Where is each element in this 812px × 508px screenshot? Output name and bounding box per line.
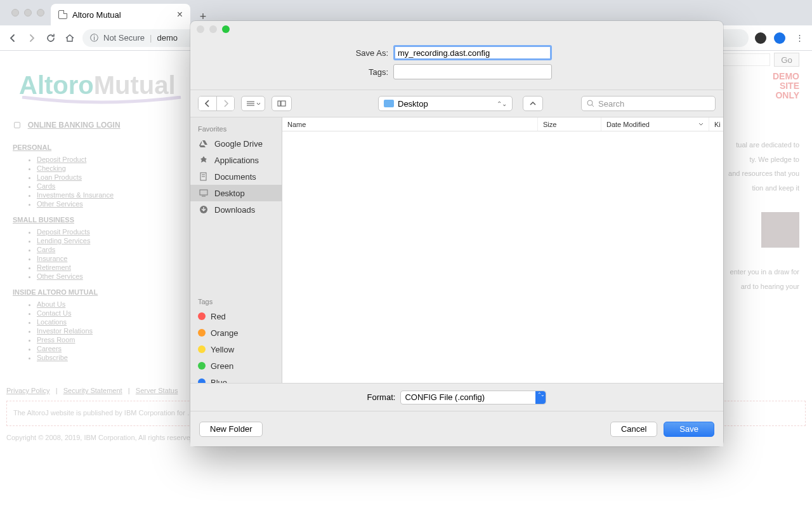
sidebar-item-downloads[interactable]: Downloads [190, 201, 282, 218]
svg-point-5 [587, 100, 593, 105]
zoom-icon[interactable] [222, 25, 230, 33]
tag-color-icon [198, 345, 206, 353]
browser-tab[interactable]: Altoro Mutual × [51, 4, 190, 25]
nav-link[interactable]: Cards [37, 246, 55, 253]
sidebar-item-label: Applications [214, 156, 259, 165]
nav-link[interactable]: About Us [37, 300, 65, 308]
zoom-window-icon[interactable] [37, 9, 44, 17]
nav-link[interactable]: Insurance [37, 255, 67, 262]
nav-link[interactable]: Cards [37, 182, 55, 190]
extension-icons: ⋮ [755, 32, 806, 44]
security-link[interactable]: Security Statement [63, 387, 122, 394]
file-list[interactable] [282, 131, 723, 383]
back-button[interactable] [6, 32, 19, 44]
new-folder-button[interactable]: New Folder [199, 422, 263, 437]
size-column[interactable]: Size [538, 117, 601, 131]
nav-link[interactable]: Contact Us [37, 309, 71, 317]
svg-line-6 [592, 105, 594, 107]
tag-green[interactable]: Green [190, 358, 282, 374]
nav-link[interactable]: Loan Products [37, 173, 82, 181]
dialog-button-bar: New Folder Cancel Save [190, 411, 723, 446]
nav-link[interactable]: Subscribe [37, 354, 68, 361]
nav-link[interactable]: Investments & Insurance [37, 191, 114, 199]
view-options-button[interactable] [241, 96, 265, 111]
location-popup[interactable]: Desktop ⌃⌄ [378, 96, 513, 111]
nav-back-button[interactable] [199, 97, 216, 110]
close-window-icon[interactable] [11, 9, 19, 17]
nav-link[interactable]: Careers [37, 345, 62, 352]
go-button[interactable]: Go [774, 53, 799, 67]
left-nav: PERSONAL Deposit ProductCheckingLoan Pro… [13, 136, 159, 362]
online-banking-login-link[interactable]: ONLINE BANKING LOGIN [28, 121, 121, 130]
nav-link[interactable]: Retirement [37, 264, 71, 271]
nav-item: Locations [37, 318, 159, 326]
sidebar-item-applications[interactable]: Applications [190, 152, 282, 168]
extension-icon[interactable] [774, 32, 785, 44]
nav-segmented [198, 96, 235, 111]
nav-item: Cards [37, 182, 159, 190]
tag-blue[interactable]: Blue [190, 374, 282, 383]
cancel-button[interactable]: Cancel [610, 422, 657, 437]
demo-badge: DEMOSITEONLY [759, 72, 799, 107]
close-icon[interactable] [197, 25, 204, 33]
sidebar-item-desktop[interactable]: Desktop [190, 185, 282, 201]
page-icon [58, 10, 67, 19]
nav-item: Other Services [37, 199, 159, 208]
date-column[interactable]: Date Modified [601, 117, 709, 131]
minimize-window-icon[interactable] [24, 9, 32, 17]
tag-orange[interactable]: Orange [190, 324, 282, 341]
nav-link[interactable]: Locations [37, 318, 67, 326]
sidebar-item-label: Documents [214, 172, 256, 182]
minimize-icon[interactable] [209, 25, 217, 33]
tags-section-header: Tags [190, 294, 282, 308]
home-button[interactable] [63, 32, 76, 44]
nav-section-small-business: SMALL BUSINESS [13, 216, 159, 224]
extension-icon[interactable] [755, 32, 766, 44]
collapse-button[interactable] [523, 96, 543, 111]
nav-link[interactable]: Deposit Product [37, 156, 86, 163]
filename-input[interactable] [393, 45, 552, 60]
tag-red[interactable]: Red [190, 308, 282, 324]
tag-label: Red [211, 312, 226, 321]
location-label: Desktop [398, 99, 428, 109]
name-column[interactable]: Name [282, 117, 538, 131]
reload-button[interactable] [44, 32, 57, 44]
site-info-icon[interactable]: ⓘ [90, 32, 98, 44]
format-select[interactable]: CONFIG File (.config) [400, 391, 546, 404]
nav-item: About Us [37, 300, 159, 309]
nav-item: Insurance [37, 254, 159, 263]
overflow-menu-icon[interactable]: ⋮ [793, 32, 806, 44]
tag-yellow[interactable]: Yellow [190, 341, 282, 358]
sidebar-item-documents[interactable]: Documents [190, 168, 282, 185]
nav-forward-button[interactable] [216, 97, 234, 110]
nav-link[interactable]: Other Services [37, 272, 83, 280]
format-label: Format: [367, 392, 396, 402]
kind-column[interactable]: Ki [709, 117, 723, 131]
tags-input[interactable] [393, 64, 552, 79]
nav-section-inside: INSIDE ALTORO MUTUAL [13, 288, 159, 296]
nav-link[interactable]: Deposit Products [37, 228, 90, 236]
nav-item: Press Room [37, 335, 159, 344]
forward-button[interactable] [25, 32, 38, 44]
favorites-header: Favorites [190, 121, 282, 135]
dialog-toolbar: Desktop ⌃⌄ Search [190, 90, 723, 117]
nav-link[interactable]: Press Room [37, 336, 75, 344]
nav-link[interactable]: Other Services [37, 200, 83, 208]
nav-link[interactable]: Checking [37, 164, 66, 172]
save-button[interactable]: Save [664, 422, 714, 437]
group-button[interactable] [272, 96, 292, 111]
sidebar-item-google-drive[interactable]: Google Drive [190, 135, 282, 152]
logo: AltoroMutual [19, 71, 184, 107]
folder-icon [384, 100, 394, 107]
tag-color-icon [198, 378, 206, 383]
tags-label: Tags: [203, 67, 393, 77]
nav-link[interactable]: Investor Relations [37, 327, 93, 335]
search-field[interactable]: Search [581, 96, 716, 111]
server-status-link[interactable]: Server Status [136, 387, 178, 394]
chevron-down-icon [256, 102, 261, 105]
folder-icon [198, 156, 209, 164]
lock-icon [14, 122, 20, 128]
close-tab-icon[interactable]: × [177, 9, 183, 20]
privacy-link[interactable]: Privacy Policy [6, 387, 49, 394]
nav-link[interactable]: Lending Services [37, 237, 90, 244]
